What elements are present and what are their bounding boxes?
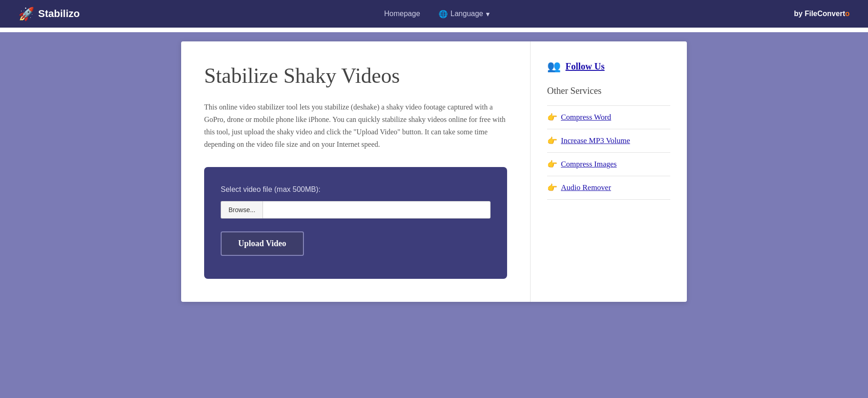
language-label: Language <box>451 10 483 18</box>
service-label-3: Audio Remover <box>561 183 611 192</box>
page-title: Stabilize Shaky Videos <box>204 64 507 88</box>
top-bar <box>0 28 868 32</box>
logo-icon: 🚀 <box>18 6 34 22</box>
file-name-input[interactable] <box>263 201 491 219</box>
service-item-audio-remover[interactable]: 👉 Audio Remover <box>547 176 670 200</box>
brand-label: by FileConverto <box>794 10 850 18</box>
upload-box: Select video file (max 500MB): Browse...… <box>204 167 507 279</box>
follow-icon: 👥 <box>547 60 561 73</box>
language-button[interactable]: 🌐 Language ▾ <box>439 10 490 18</box>
other-services-title: Other Services <box>547 86 670 96</box>
service-icon-3: 👉 <box>547 183 557 193</box>
follow-us-row: 👥 Follow Us <box>547 60 670 73</box>
description-text: This online video stabilizer tool lets y… <box>204 101 507 151</box>
file-input-row: Browse... <box>221 201 491 219</box>
service-label-2: Compress Images <box>561 160 617 169</box>
brand-highlight: o <box>845 10 850 17</box>
globe-icon: 🌐 <box>439 10 448 18</box>
service-icon-1: 👉 <box>547 136 557 146</box>
header: 🚀 Stabilizo Homepage 🌐 Language ▾ by Fil… <box>0 0 868 28</box>
upload-video-button[interactable]: Upload Video <box>221 231 304 256</box>
content-wrapper: Stabilize Shaky Videos This online video… <box>181 41 687 302</box>
main-background: Stabilize Shaky Videos This online video… <box>0 32 868 398</box>
service-icon-0: 👉 <box>547 112 557 122</box>
browse-button[interactable]: Browse... <box>221 201 263 219</box>
follow-us-link[interactable]: Follow Us <box>565 61 605 72</box>
logo-link[interactable]: 🚀 Stabilizo <box>18 6 80 22</box>
right-sidebar: 👥 Follow Us Other Services 👉 Compress Wo… <box>531 41 687 302</box>
service-item-compress-images[interactable]: 👉 Compress Images <box>547 152 670 176</box>
logo-text: Stabilizo <box>38 8 80 20</box>
service-icon-2: 👉 <box>547 159 557 169</box>
chevron-down-icon: ▾ <box>486 10 490 18</box>
homepage-link[interactable]: Homepage <box>384 10 420 18</box>
service-item-compress-word[interactable]: 👉 Compress Word <box>547 105 670 129</box>
service-item-increase-mp3[interactable]: 👉 Increase MP3 Volume <box>547 129 670 152</box>
service-label-0: Compress Word <box>561 113 611 122</box>
service-label-1: Increase MP3 Volume <box>561 136 630 145</box>
brand-prefix: by FileConvert <box>794 10 845 17</box>
main-nav: Homepage 🌐 Language ▾ <box>384 10 490 18</box>
upload-label: Select video file (max 500MB): <box>221 185 491 194</box>
left-panel: Stabilize Shaky Videos This online video… <box>181 41 531 302</box>
